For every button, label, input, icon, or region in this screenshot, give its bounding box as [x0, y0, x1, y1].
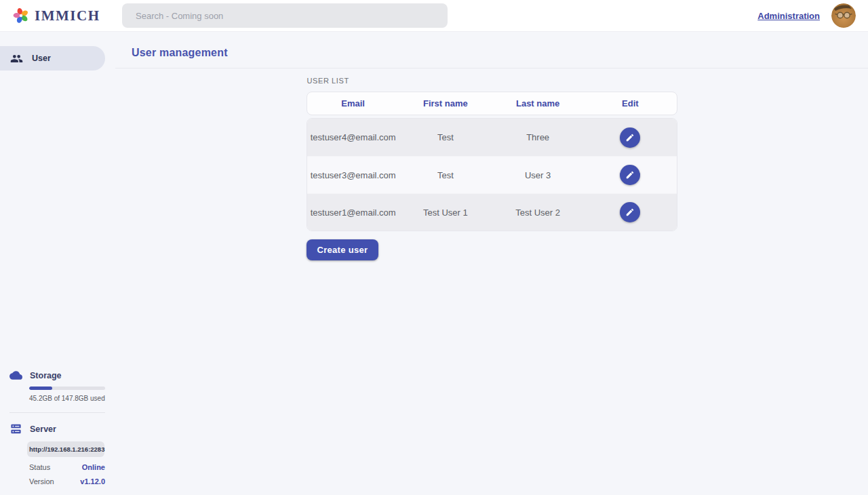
create-user-button[interactable]: Create user — [307, 239, 379, 260]
version-label: Version — [29, 477, 54, 486]
server-status-row: Status Online — [29, 463, 105, 471]
user-avatar[interactable] — [831, 3, 856, 28]
column-header-first-name: First name — [399, 98, 492, 108]
status-badge: Online — [82, 463, 105, 471]
top-navbar: IMMICH Administration — [0, 0, 868, 32]
users-icon — [10, 52, 23, 65]
pencil-icon — [625, 170, 635, 180]
pencil-icon — [625, 133, 635, 142]
storage-title: Storage — [30, 371, 62, 380]
user-last-name: Test User 2 — [492, 207, 584, 218]
app-title: IMMICH — [35, 7, 100, 24]
user-first-name: Test — [399, 132, 492, 142]
page-title: User management — [132, 47, 228, 58]
server-icon — [9, 422, 22, 435]
storage-progress-bar — [29, 387, 105, 390]
server-title: Server — [30, 424, 56, 434]
edit-user-button[interactable] — [620, 127, 640, 148]
table-row: testuser1@email.com Test User 1 Test Use… — [307, 193, 677, 231]
user-table-header: Email First name Last name Edit — [307, 92, 677, 115]
column-header-last-name: Last name — [492, 98, 584, 108]
user-last-name: User 3 — [492, 170, 584, 180]
table-row: testuser3@email.com Test User 3 — [307, 156, 677, 193]
column-header-edit: Edit — [584, 98, 676, 108]
server-widget: Server http://192.168.1.216:2283 Status … — [9, 422, 105, 486]
table-row: testuser4@email.com Test Three — [307, 119, 677, 156]
column-header-email: Email — [307, 98, 399, 108]
user-email: testuser4@email.com — [307, 132, 399, 142]
user-list-label: USER LIST — [307, 77, 677, 85]
edit-user-button[interactable] — [620, 165, 640, 185]
app-logo: IMMICH — [12, 7, 100, 24]
status-label: Status — [29, 463, 50, 471]
server-version-row: Version v1.12.0 — [29, 477, 105, 486]
storage-progress-fill — [29, 387, 52, 390]
version-value: v1.12.0 — [80, 477, 105, 486]
pencil-icon — [625, 207, 635, 217]
sidebar-item-user[interactable]: User — [0, 46, 105, 71]
sidebar: User Storage 45.2GB of 147.8GB used — [0, 32, 115, 495]
main-panel: User management USER LIST Email First na… — [115, 32, 868, 495]
immich-flower-icon — [12, 7, 30, 24]
search-bar — [122, 3, 448, 28]
search-input[interactable] — [122, 3, 448, 28]
user-first-name: Test User 1 — [399, 207, 492, 218]
user-last-name: Three — [492, 132, 584, 142]
user-email: testuser3@email.com — [307, 170, 399, 180]
sidebar-divider — [9, 412, 105, 413]
user-table: testuser4@email.com Test Three testuser3… — [307, 118, 677, 231]
server-url: http://192.168.1.216:2283 — [27, 441, 104, 457]
storage-widget: Storage 45.2GB of 147.8GB used — [9, 369, 105, 402]
sidebar-item-label: User — [32, 54, 51, 63]
administration-link[interactable]: Administration — [757, 11, 820, 21]
storage-usage-text: 45.2GB of 147.8GB used — [29, 395, 105, 402]
user-email: testuser1@email.com — [307, 207, 399, 218]
cloud-icon — [9, 369, 22, 382]
edit-user-button[interactable] — [620, 202, 640, 222]
user-first-name: Test — [399, 170, 492, 180]
